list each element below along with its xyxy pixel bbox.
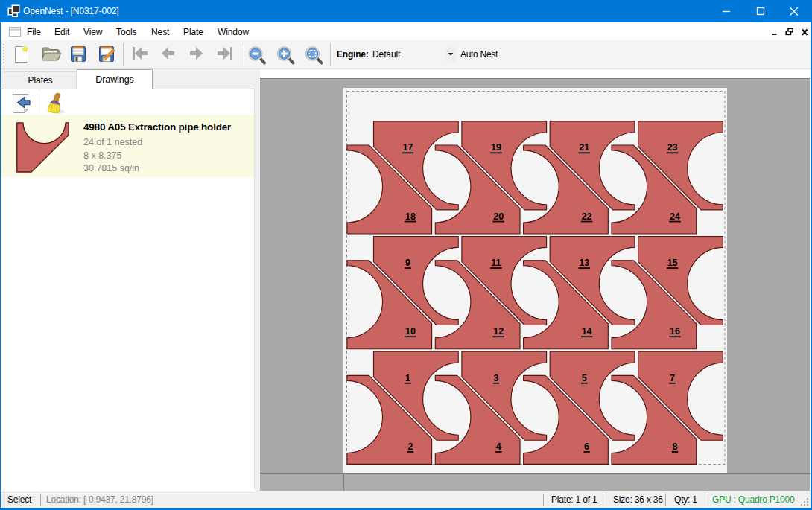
svg-text:14: 14 bbox=[582, 326, 592, 337]
svg-text:18: 18 bbox=[405, 211, 416, 222]
svg-text:12: 12 bbox=[493, 326, 504, 337]
svg-text:24: 24 bbox=[670, 211, 680, 222]
svg-text:7: 7 bbox=[670, 373, 675, 383]
svg-text:19: 19 bbox=[491, 142, 501, 153]
svg-text:10: 10 bbox=[405, 326, 416, 337]
svg-text:23: 23 bbox=[667, 142, 678, 153]
svg-text:13: 13 bbox=[579, 258, 589, 268]
svg-text:2: 2 bbox=[407, 442, 413, 452]
svg-text:5: 5 bbox=[582, 373, 587, 383]
svg-text:6: 6 bbox=[584, 442, 589, 452]
svg-text:9: 9 bbox=[405, 258, 410, 268]
svg-text:20: 20 bbox=[493, 211, 504, 222]
svg-text:8: 8 bbox=[673, 442, 678, 452]
svg-text:17: 17 bbox=[403, 142, 413, 153]
svg-text:21: 21 bbox=[579, 142, 589, 153]
svg-text:16: 16 bbox=[670, 326, 680, 337]
svg-text:11: 11 bbox=[491, 258, 501, 268]
svg-text:22: 22 bbox=[582, 211, 592, 222]
svg-text:1: 1 bbox=[405, 373, 410, 383]
svg-text:15: 15 bbox=[667, 258, 678, 268]
svg-text:3: 3 bbox=[493, 373, 498, 383]
svg-text:4: 4 bbox=[496, 442, 501, 452]
